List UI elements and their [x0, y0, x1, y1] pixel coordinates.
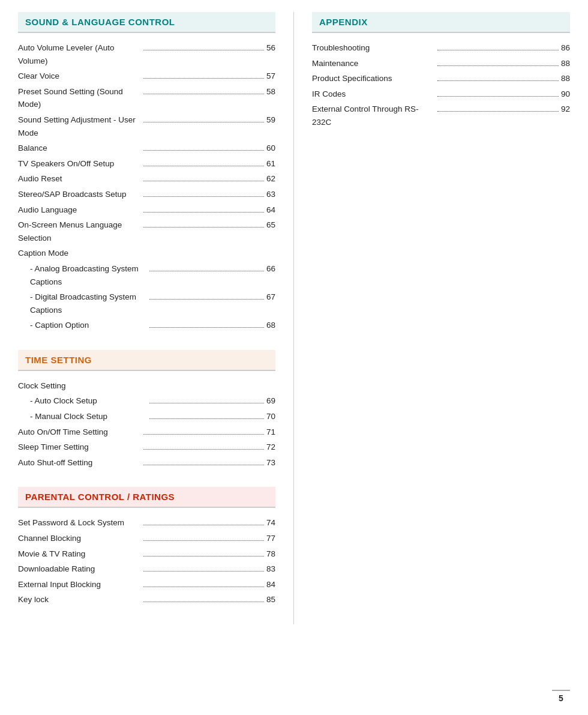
entry-page-number: 84: [266, 578, 275, 591]
entry-text: Set Password & Lock System: [18, 516, 141, 529]
entry-dots: [143, 540, 264, 541]
entry-dots: [149, 327, 264, 328]
entry-dots: [437, 65, 558, 66]
entry-page-number: 85: [266, 593, 275, 606]
entry-page-number: 78: [266, 548, 275, 561]
toc-entry: Auto On/Off Time Setting71: [18, 426, 275, 439]
entry-dots: [143, 525, 264, 525]
entry-page-number: 61: [266, 157, 275, 170]
entry-dots: [149, 271, 264, 271]
toc-entry: - Digital Broadcasting System Captions67: [18, 291, 275, 316]
entry-dots: [149, 299, 264, 300]
toc-entry: TV Speakers On/Off Setup61: [18, 157, 275, 170]
entry-page-number: 62: [266, 172, 275, 186]
entry-page-number: 90: [561, 88, 570, 101]
entry-page-number: 69: [266, 394, 275, 408]
entry-text: Audio Reset: [18, 172, 141, 186]
toc-entry: IR Codes90: [312, 88, 570, 101]
section-header-appendix: APPENDIX: [312, 12, 570, 33]
entry-page-number: 73: [266, 456, 275, 469]
entry-text: Clear Voice: [18, 70, 141, 83]
entry-dots: [143, 78, 264, 79]
entry-dots: [143, 465, 264, 465]
entry-dots: [437, 80, 558, 81]
entry-page-number: 66: [266, 262, 275, 276]
entry-text: Maintenance: [312, 57, 435, 70]
entry-page-number: 88: [561, 72, 570, 85]
section-header-parental-control: PARENTAL CONTROL / RATINGS: [18, 487, 275, 508]
entry-text: Product Specifications: [312, 72, 435, 85]
toc-section-sound-language: SOUND & LANGUAGE CONTROLAuto Volume Leve…: [18, 12, 275, 332]
entry-page-number: 63: [266, 188, 275, 201]
entry-page-number: 56: [266, 41, 275, 55]
toc-entry: Clock Setting: [18, 379, 275, 393]
entry-page-number: 68: [266, 319, 275, 332]
toc-entry: Troubleshooting86: [312, 41, 570, 55]
toc-entry: Key lock85: [18, 593, 275, 606]
toc-entry: Balance60: [18, 142, 275, 155]
entry-text: - Analog Broadcasting System Captions: [30, 262, 147, 288]
entry-text: Auto Volume Leveler (Auto Volume): [18, 41, 141, 67]
entry-dots: [437, 96, 558, 97]
entry-dots: [143, 587, 264, 587]
entry-text: External Input Blocking: [18, 578, 141, 591]
entry-text: Troubleshooting: [312, 41, 435, 55]
entry-text: On-Screen Menus Language Selection: [18, 219, 141, 244]
entry-text: - Auto Clock Setup: [30, 394, 147, 408]
entry-dots: [143, 150, 264, 151]
entry-text: Audio Language: [18, 204, 141, 217]
section-header-time-setting: TIME SETTING: [18, 350, 275, 371]
toc-entry: Maintenance88: [312, 57, 570, 70]
entry-dots: [143, 212, 264, 213]
entry-text: Key lock: [18, 593, 141, 606]
entry-dots: [143, 50, 264, 50]
entry-dots: [143, 227, 264, 228]
entry-text: External Control Through RS-232C: [312, 103, 435, 128]
entry-text: Downloadable Rating: [18, 563, 141, 576]
toc-entry: Downloadable Rating83: [18, 563, 275, 576]
toc-entry: External Input Blocking84: [18, 578, 275, 591]
entry-page-number: 70: [266, 410, 275, 423]
entry-page-number: 57: [266, 70, 275, 83]
toc-section-appendix: APPENDIXTroubleshooting86Maintenance88Pr…: [312, 12, 570, 129]
entry-text: Auto Shut-off Setting: [18, 456, 141, 469]
entry-text: Auto On/Off Time Setting: [18, 426, 141, 439]
entry-dots: [143, 434, 264, 435]
entry-text: Movie & TV Rating: [18, 548, 141, 561]
toc-entry: Clear Voice57: [18, 70, 275, 83]
entry-dots: [143, 166, 264, 166]
entry-page-number: 86: [561, 41, 570, 55]
entry-text: Sound Setting Adjustment - User Mode: [18, 113, 141, 139]
entry-dots: [437, 111, 558, 112]
entry-page-number: 67: [266, 291, 275, 304]
entry-text: Sleep Timer Setting: [18, 441, 141, 454]
toc-entry: - Analog Broadcasting System Captions66: [18, 262, 275, 288]
entry-text: Balance: [18, 142, 141, 155]
entry-text: - Caption Option: [30, 319, 147, 332]
entry-text: - Digital Broadcasting System Captions: [30, 291, 147, 316]
toc-entry: On-Screen Menus Language Selection65: [18, 219, 275, 244]
entry-text: TV Speakers On/Off Setup: [18, 157, 141, 170]
toc-entry: Product Specifications88: [312, 72, 570, 85]
entry-text: IR Codes: [312, 88, 435, 101]
toc-section-time-setting: TIME SETTINGClock Setting- Auto Clock Se…: [18, 350, 275, 469]
entry-dots: [149, 418, 264, 419]
entry-page-number: 64: [266, 204, 275, 217]
entry-dots: [143, 181, 264, 181]
entry-text: Caption Mode: [18, 247, 275, 260]
entry-page-number: 71: [266, 426, 275, 439]
entry-page-number: 74: [266, 516, 275, 529]
toc-entry: Channel Blocking77: [18, 532, 275, 545]
entry-text: Stereo/SAP Broadcasts Setup: [18, 188, 141, 201]
entry-dots: [437, 50, 558, 50]
toc-entry: Audio Reset62: [18, 172, 275, 186]
toc-entry: Movie & TV Rating78: [18, 548, 275, 561]
toc-entry: Sound Setting Adjustment - User Mode59: [18, 113, 275, 139]
entry-dots: [143, 196, 264, 197]
entry-text: Clock Setting: [18, 379, 275, 393]
entry-page-number: 59: [266, 113, 275, 127]
toc-entry: Audio Language64: [18, 204, 275, 217]
toc-entry: Stereo/SAP Broadcasts Setup63: [18, 188, 275, 201]
entry-page-number: 83: [266, 563, 275, 576]
page-container: SOUND & LANGUAGE CONTROLAuto Volume Leve…: [0, 0, 588, 636]
